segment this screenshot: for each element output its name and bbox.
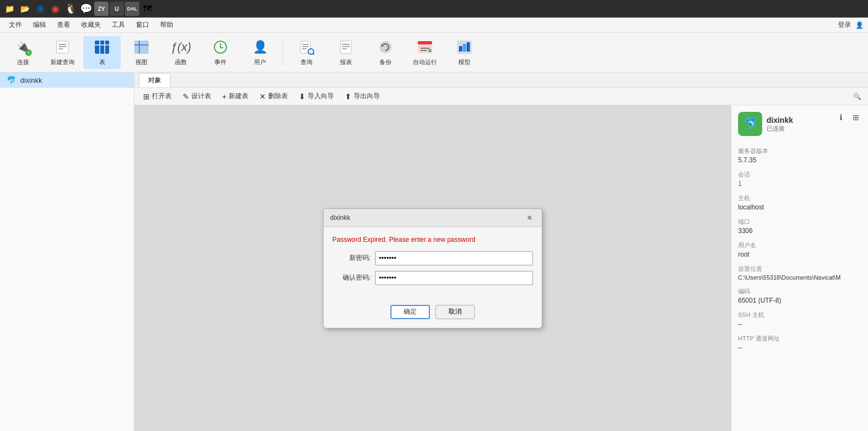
map-icon[interactable]: 🗺 — [140, 2, 155, 16]
export-wizard-icon: ⬆ — [345, 92, 351, 101]
content-right: dixinkk ✕ Password Expired. Please enter… — [134, 105, 868, 431]
user-btn[interactable]: 👤 用户 — [241, 36, 279, 69]
ssh-label: SSH 主机 — [738, 311, 861, 319]
menu-view[interactable]: 查看 — [53, 19, 75, 31]
delete-table-icon: ✕ — [259, 92, 266, 101]
port-label: 端口 — [738, 218, 861, 226]
http-label: HTTP 通道网址 — [738, 334, 861, 343]
sidebar-connection[interactable]: 🐬 dixinkk — [0, 72, 134, 88]
session-label: 会话 — [738, 171, 861, 179]
view-btn[interactable]: 视图 — [123, 36, 160, 69]
username-row: 用户名 root — [738, 241, 861, 258]
folder-icon[interactable]: 📂 — [18, 2, 32, 16]
port-value: 3306 — [738, 227, 861, 235]
confirm-password-input[interactable] — [375, 271, 533, 285]
right-panel-icons: ℹ ⊞ — [835, 112, 861, 123]
confirm-password-row: 确认密码: — [332, 271, 533, 285]
server-version-row: 服务器版本 5.7.35 — [738, 147, 861, 164]
session-row: 会话 1 — [738, 171, 861, 188]
modal-close-btn[interactable]: ✕ — [524, 212, 535, 223]
grid-icon[interactable]: ⊞ — [850, 112, 861, 123]
search-btn[interactable]: 🔍 — [850, 90, 864, 103]
encoding-row: 编码 65001 (UTF-8) — [738, 287, 861, 304]
penguin-icon[interactable]: 🐧 — [64, 2, 78, 16]
files-icon[interactable]: 📁 — [2, 2, 16, 16]
login-btn[interactable]: 登录 — [838, 20, 851, 30]
cancel-btn[interactable]: 取消 — [435, 305, 475, 319]
menu-help[interactable]: 帮助 — [156, 19, 178, 31]
report-icon — [337, 38, 355, 56]
model-btn[interactable]: 模型 — [446, 36, 483, 69]
func-icon: ƒ(x) — [172, 38, 190, 56]
export-wizard-btn[interactable]: ⬆ 导出向导 — [341, 90, 384, 102]
new-password-label: 新密码: — [332, 253, 371, 263]
sidebar-connection-label: dixinkk — [20, 76, 42, 84]
wechat-icon[interactable]: 💬 — [79, 2, 93, 16]
query-icon — [298, 38, 315, 56]
user-icon: 👤 — [251, 38, 269, 56]
new-table-btn[interactable]: + 新建表 — [218, 90, 253, 102]
chrome-icon[interactable]: ◉ — [48, 2, 63, 16]
conn-status: 已连接 — [767, 124, 793, 133]
design-table-btn[interactable]: ✎ 设计表 — [178, 90, 215, 102]
server-version-label: 服务器版本 — [738, 147, 861, 155]
new-table-icon: + — [222, 92, 226, 101]
modal-header: dixinkk ✕ — [324, 209, 542, 227]
svg-rect-25 — [418, 41, 432, 44]
modal-message: Password Expired. Please enter a new pas… — [332, 236, 533, 243]
import-wizard-btn[interactable]: ⬇ 导入向导 — [294, 90, 338, 102]
connect-btn[interactable]: 🔌 + 连接 — [4, 36, 42, 69]
sub-toolbar: ⊞ 打开表 ✎ 设计表 + 新建表 ✕ 删除表 ⬇ 导入向导 ⬆ 导出向导 — [134, 88, 868, 105]
info-icon[interactable]: ℹ — [835, 112, 846, 123]
svg-rect-31 — [463, 44, 466, 52]
edge-icon[interactable]: ⊕ — [33, 2, 47, 16]
svg-rect-4 — [95, 41, 109, 54]
conn-name: dixinkk — [767, 116, 793, 124]
menu-edit[interactable]: 编辑 — [29, 19, 50, 31]
server-version-value: 5.7.35 — [738, 156, 861, 164]
sidebar: 🐬 dixinkk — [0, 72, 134, 431]
event-btn[interactable]: 事件 — [202, 36, 239, 69]
settings-label: 设置位置 — [738, 265, 861, 273]
autorun-btn[interactable]: 自动运行 — [406, 36, 444, 69]
http-value: -- — [738, 344, 861, 351]
menubar: 文件 编辑 查看 收藏夹 工具 窗口 帮助 登录 👤 — [0, 18, 868, 33]
svg-rect-12 — [300, 41, 310, 53]
menu-file[interactable]: 文件 — [4, 19, 26, 31]
open-table-btn[interactable]: ⊞ 打开表 — [139, 90, 176, 102]
content-area: dixinkk ✕ Password Expired. Please enter… — [134, 105, 731, 431]
menu-window[interactable]: 窗口 — [132, 19, 154, 31]
dal-icon[interactable]: DAL — [125, 2, 139, 16]
new-query-icon — [54, 38, 71, 56]
zy-icon[interactable]: ZY — [94, 2, 109, 16]
conn-info: dixinkk 已连接 — [767, 116, 793, 133]
host-label: 主机 — [738, 194, 861, 202]
delete-table-btn[interactable]: ✕ 删除表 — [255, 90, 292, 102]
modal-overlay: dixinkk ✕ Password Expired. Please enter… — [134, 105, 731, 431]
tab-object[interactable]: 对象 — [139, 73, 171, 87]
menubar-right: 登录 👤 — [838, 20, 864, 30]
backup-icon — [377, 38, 394, 56]
view-icon — [133, 38, 150, 56]
report-btn[interactable]: 报表 — [327, 36, 365, 69]
query-btn[interactable]: 查询 — [288, 36, 325, 69]
u-icon[interactable]: U — [110, 2, 124, 16]
backup-btn[interactable]: 备份 — [367, 36, 404, 69]
confirm-btn[interactable]: 确定 — [390, 305, 430, 319]
encoding-label: 编码 — [738, 287, 861, 296]
connection-icon: 🐬 — [7, 76, 16, 84]
new-password-input[interactable] — [375, 251, 533, 265]
design-table-icon: ✎ — [183, 92, 189, 101]
menu-favorites[interactable]: 收藏夹 — [77, 19, 105, 31]
user-icon: 👤 — [855, 21, 864, 29]
conn-icon: 🐬 — [738, 112, 762, 136]
func-btn[interactable]: ƒ(x) 函数 — [162, 36, 200, 69]
toolbar-divider — [283, 39, 283, 66]
tab-bar: 对象 — [134, 72, 868, 88]
table-btn[interactable]: 表 — [83, 36, 121, 69]
settings-value: C:\Users\55318\Documents\Navicat\M — [738, 274, 861, 281]
username-label: 用户名 — [738, 241, 861, 249]
new-query-btn[interactable]: 新建查询 — [44, 36, 81, 69]
menu-tools[interactable]: 工具 — [107, 19, 129, 31]
modal-title: dixinkk — [330, 214, 350, 222]
